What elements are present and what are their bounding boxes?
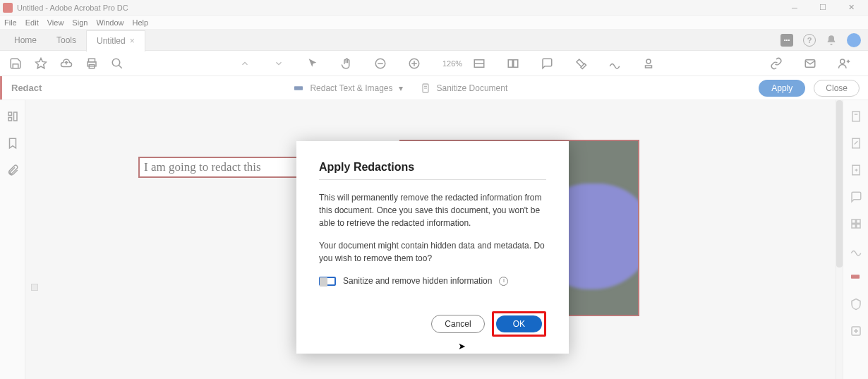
dialog-ok-button[interactable]: OK [496, 315, 542, 332]
dialog-title: Apply Redactions [319, 161, 546, 180]
dialog-paragraph-1: This will permanently remove the redacte… [319, 191, 546, 229]
dialog-paragraph-2: Your document might contain hidden data … [319, 239, 546, 265]
dialog-cancel-button[interactable]: Cancel [431, 315, 484, 333]
highlighted-ok-annotation: OK [492, 311, 546, 337]
sanitize-toggle-label: Sanitize and remove hidden information [343, 275, 492, 287]
apply-redactions-dialog: Apply Redactions This will permanently r… [296, 141, 569, 354]
info-icon[interactable]: i [499, 277, 508, 286]
sanitize-toggle[interactable] [319, 277, 336, 286]
